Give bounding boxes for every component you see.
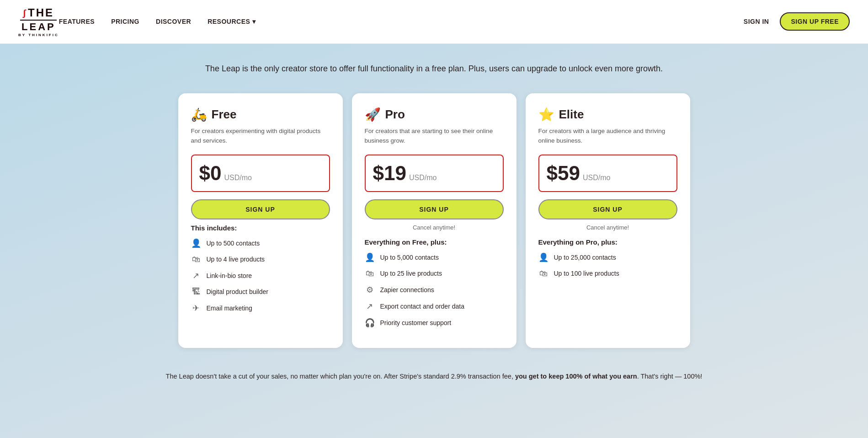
cancel-note-elite: Cancel anytime! <box>538 224 677 231</box>
signup-button-free[interactable]: SIGN UP <box>191 199 330 219</box>
feature-item: 👤 Up to 5,000 contacts <box>365 252 504 262</box>
feature-item: 👤 Up to 25,000 contacts <box>538 252 677 262</box>
plan-icon-pro: 🚀 <box>365 107 381 122</box>
signup-button-pro[interactable]: SIGN UP <box>365 199 504 219</box>
feature-text: Up to 5,000 contacts <box>380 254 439 261</box>
feature-text: Priority customer support <box>380 319 452 326</box>
price-box-free: $0 USD/mo <box>191 155 330 192</box>
plan-title-pro: Pro <box>385 107 405 122</box>
feature-item: 🎧 Priority customer support <box>365 318 504 328</box>
nav-features[interactable]: FEATURES <box>59 18 95 25</box>
feature-icon: 🏗 <box>191 287 201 297</box>
price-box-elite: $59 USD/mo <box>538 155 677 192</box>
feature-icon: 👤 <box>191 238 201 248</box>
footer-note: The Leap doesn't take a cut of your sale… <box>0 362 868 396</box>
feature-icon: 👤 <box>538 252 548 262</box>
main-nav: FEATURES PRICING DISCOVER RESOURCES ▾ <box>59 18 744 25</box>
cancel-note-pro: Cancel anytime! <box>365 224 504 231</box>
feature-text: Up to 500 contacts <box>207 240 260 247</box>
feature-item: 🛍 Up to 100 live products <box>538 269 677 278</box>
header-signup-button[interactable]: SIGN UP FREE <box>780 12 850 31</box>
price-box-pro: $19 USD/mo <box>365 155 504 192</box>
plan-desc-elite: For creators with a large audience and t… <box>538 127 677 145</box>
feature-icon: 👤 <box>365 252 375 262</box>
sign-in-link[interactable]: SIGN IN <box>744 18 769 25</box>
feature-icon: 🛍 <box>365 269 375 278</box>
plan-card-pro: 🚀 Pro For creators that are starting to … <box>352 93 517 348</box>
feature-text: Up to 4 live products <box>207 256 265 263</box>
price-amount-free: $0 <box>199 162 222 185</box>
card-header-pro: 🚀 Pro <box>365 107 504 122</box>
hero-text: The Leap is the only creator store to of… <box>9 62 859 75</box>
feature-text: Link-in-bio store <box>207 272 252 279</box>
signup-button-elite[interactable]: SIGN UP <box>538 199 677 219</box>
feature-item: 🛍 Up to 25 live products <box>365 269 504 278</box>
plan-desc-free: For creators experimenting with digital … <box>191 127 330 145</box>
feature-item: 🛍 Up to 4 live products <box>191 255 330 264</box>
feature-icon: ⚙ <box>365 285 375 295</box>
plan-title-elite: Elite <box>559 107 584 122</box>
header-right: SIGN IN SIGN UP FREE <box>744 12 850 31</box>
header: ∫THE LEAP BY THINKIFIC FEATURES PRICING … <box>0 0 868 44</box>
feature-text: Up to 25,000 contacts <box>554 254 616 261</box>
price-amount-pro: $19 <box>373 162 406 185</box>
feature-icon: 🎧 <box>365 318 375 328</box>
plan-icon-elite: ⭐ <box>538 107 554 122</box>
price-period-elite: USD/mo <box>583 174 610 182</box>
feature-text: Zapier connections <box>380 286 434 294</box>
feature-item: ↗ Link-in-bio store <box>191 271 330 281</box>
features-heading-elite: Everything on Pro, plus: <box>538 238 677 246</box>
feature-text: Up to 100 live products <box>554 270 619 277</box>
feature-item: ⚙ Zapier connections <box>365 285 504 295</box>
feature-item: ↗ Export contact and order data <box>365 301 504 311</box>
price-period-free: USD/mo <box>224 174 251 182</box>
card-header-elite: ⭐ Elite <box>538 107 677 122</box>
features-heading-free: This includes: <box>191 224 330 232</box>
feature-text: Export contact and order data <box>380 303 464 310</box>
hero-section: The Leap is the only creator store to of… <box>0 44 868 85</box>
plan-desc-pro: For creators that are starting to see th… <box>365 127 504 145</box>
plan-title-free: Free <box>212 107 237 122</box>
nav-resources[interactable]: RESOURCES ▾ <box>208 18 256 25</box>
feature-item: ✈ Email marketing <box>191 303 330 313</box>
feature-item: 👤 Up to 500 contacts <box>191 238 330 248</box>
nav-discover[interactable]: DISCOVER <box>156 18 191 25</box>
feature-icon: ✈ <box>191 303 201 313</box>
pricing-section: 🛵 Free For creators experimenting with d… <box>0 84 868 362</box>
feature-icon: 🛍 <box>191 255 201 264</box>
feature-text: Up to 25 live products <box>380 270 442 277</box>
nav-pricing[interactable]: PRICING <box>111 18 139 25</box>
logo[interactable]: ∫THE LEAP BY THINKIFIC <box>18 6 59 37</box>
card-header-free: 🛵 Free <box>191 107 330 122</box>
feature-text: Email marketing <box>207 304 252 312</box>
feature-item: 🏗 Digital product builder <box>191 287 330 297</box>
plan-icon-free: 🛵 <box>191 107 207 122</box>
feature-icon: ↗ <box>365 301 375 311</box>
plan-card-free: 🛵 Free For creators experimenting with d… <box>178 93 343 348</box>
price-amount-elite: $59 <box>547 162 580 185</box>
feature-text: Digital product builder <box>207 288 268 295</box>
feature-icon: ↗ <box>191 271 201 281</box>
features-heading-pro: Everything on Free, plus: <box>365 238 504 246</box>
plan-card-elite: ⭐ Elite For creators with a large audien… <box>526 93 690 348</box>
price-period-pro: USD/mo <box>409 174 437 182</box>
feature-icon: 🛍 <box>538 269 548 278</box>
